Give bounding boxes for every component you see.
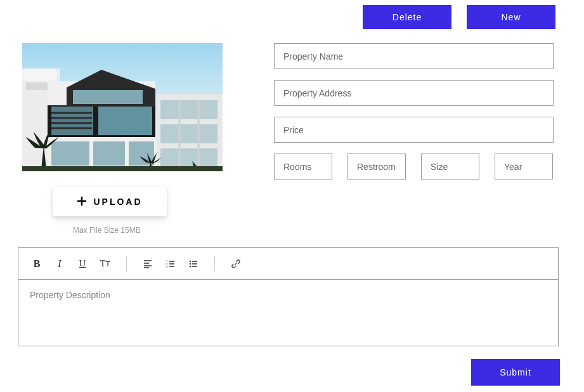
upload-label: UPLOAD (93, 197, 142, 207)
property-image-preview (22, 43, 223, 171)
upload-hint: Max File Size 15MB (73, 226, 141, 235)
svg-rect-13 (51, 141, 89, 166)
align-left-button[interactable] (142, 258, 153, 270)
property-name-input[interactable] (274, 43, 554, 69)
ordered-list-button[interactable]: 123 (165, 258, 176, 270)
toolbar-divider-2 (214, 256, 215, 271)
submit-button[interactable]: Submit (471, 359, 560, 386)
underline-button[interactable]: U (77, 258, 88, 270)
link-button[interactable] (230, 258, 242, 270)
price-input[interactable] (274, 117, 554, 143)
italic-button[interactable]: I (54, 258, 65, 270)
svg-rect-6 (51, 107, 93, 135)
svg-text:3: 3 (166, 265, 168, 268)
svg-rect-19 (160, 148, 217, 167)
size-input[interactable] (421, 154, 479, 180)
svg-rect-22 (22, 166, 223, 171)
text-size-button[interactable]: Tᴛ (100, 258, 111, 270)
svg-rect-5 (98, 107, 152, 135)
property-address-input[interactable] (274, 80, 554, 106)
toolbar-divider (126, 256, 127, 271)
editor-toolbar: B I U Tᴛ 123 (18, 248, 558, 280)
svg-rect-8 (73, 90, 143, 104)
plus-icon (77, 195, 87, 208)
delete-button[interactable]: Delete (363, 5, 451, 29)
description-editor: B I U Tᴛ 123 Property Description (18, 247, 559, 346)
svg-point-38 (190, 265, 191, 266)
svg-rect-14 (93, 141, 125, 166)
year-input[interactable] (495, 154, 553, 180)
new-button[interactable]: New (467, 5, 555, 29)
rooms-input[interactable] (274, 154, 332, 180)
svg-rect-1 (22, 69, 57, 81)
svg-rect-18 (160, 124, 217, 143)
svg-rect-17 (160, 100, 217, 119)
restrooms-input[interactable] (347, 154, 406, 180)
description-textarea[interactable]: Property Description (18, 280, 558, 346)
svg-point-37 (190, 263, 191, 264)
upload-button[interactable]: UPLOAD (53, 187, 167, 216)
property-form (274, 43, 554, 180)
unordered-list-button[interactable] (188, 258, 199, 270)
bold-button[interactable]: B (31, 258, 42, 270)
svg-point-36 (190, 260, 191, 261)
